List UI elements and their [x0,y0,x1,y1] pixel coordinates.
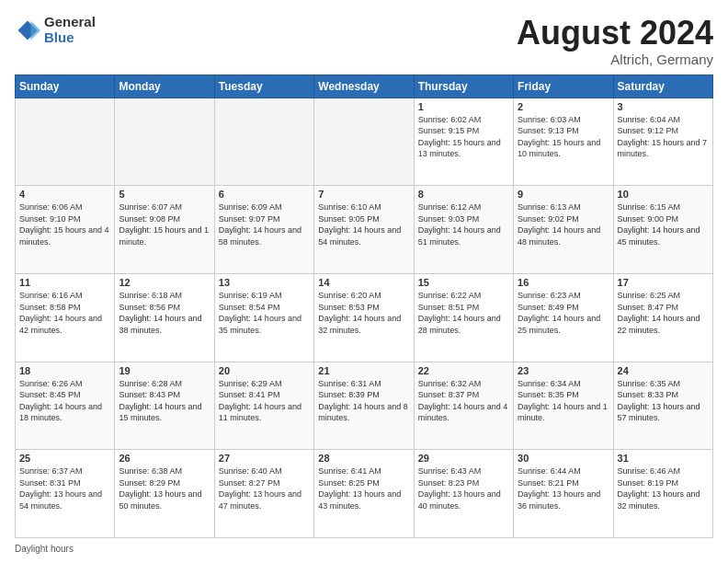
calendar-cell: 3Sunrise: 6:04 AM Sunset: 9:12 PM Daylig… [613,98,712,186]
day-number: 13 [219,277,310,288]
calendar-cell: 4Sunrise: 6:06 AM Sunset: 9:10 PM Daylig… [16,186,115,274]
day-info: Sunrise: 6:15 AM Sunset: 9:00 PM Dayligh… [618,201,709,247]
calendar-table: SundayMondayTuesdayWednesdayThursdayFrid… [15,75,713,538]
page-header: General Blue August 2024 Altrich, German… [15,15,713,67]
svg-marker-1 [31,20,41,40]
day-info: Sunrise: 6:41 AM Sunset: 8:25 PM Dayligh… [318,465,409,511]
calendar-cell: 15Sunrise: 6:22 AM Sunset: 8:51 PM Dayli… [414,273,513,362]
day-info: Sunrise: 6:12 AM Sunset: 9:03 PM Dayligh… [418,201,509,247]
calendar-cell [115,98,214,186]
calendar-cell: 31Sunrise: 6:46 AM Sunset: 8:19 PM Dayli… [613,450,712,538]
day-info: Sunrise: 6:02 AM Sunset: 9:15 PM Dayligh… [418,114,509,160]
day-number: 9 [518,189,609,200]
calendar-cell: 30Sunrise: 6:44 AM Sunset: 8:21 PM Dayli… [514,450,613,538]
day-info: Sunrise: 6:25 AM Sunset: 8:47 PM Dayligh… [618,290,709,336]
day-number: 7 [318,189,409,200]
calendar-cell: 24Sunrise: 6:35 AM Sunset: 8:33 PM Dayli… [613,362,712,450]
calendar-cell: 10Sunrise: 6:15 AM Sunset: 9:00 PM Dayli… [613,186,712,274]
day-info: Sunrise: 6:32 AM Sunset: 8:37 PM Dayligh… [418,378,509,424]
calendar-week-row: 18Sunrise: 6:26 AM Sunset: 8:45 PM Dayli… [16,362,713,450]
calendar-title: August 2024 [517,15,713,52]
day-number: 19 [119,365,210,376]
day-number: 6 [219,189,310,200]
day-number: 21 [318,365,409,376]
calendar-week-row: 25Sunrise: 6:37 AM Sunset: 8:31 PM Dayli… [16,450,713,538]
calendar-cell: 11Sunrise: 6:16 AM Sunset: 8:58 PM Dayli… [16,273,115,362]
day-number: 11 [19,277,110,288]
day-info: Sunrise: 6:13 AM Sunset: 9:02 PM Dayligh… [518,201,609,247]
calendar-week-row: 1Sunrise: 6:02 AM Sunset: 9:15 PM Daylig… [16,98,713,186]
logo-blue-text: Blue [44,30,96,46]
calendar-cell: 5Sunrise: 6:07 AM Sunset: 9:08 PM Daylig… [115,186,214,274]
title-block: August 2024 Altrich, Germany [517,15,713,67]
day-info: Sunrise: 6:40 AM Sunset: 8:27 PM Dayligh… [219,465,310,511]
day-number: 15 [418,277,509,288]
day-number: 30 [518,453,609,464]
day-number: 16 [518,277,609,288]
day-info: Sunrise: 6:19 AM Sunset: 8:54 PM Dayligh… [219,290,310,336]
day-number: 28 [318,453,409,464]
day-number: 20 [219,365,310,376]
day-info: Sunrise: 6:35 AM Sunset: 8:33 PM Dayligh… [618,378,709,424]
day-info: Sunrise: 6:46 AM Sunset: 8:19 PM Dayligh… [618,465,709,511]
day-number: 22 [418,365,509,376]
calendar-cell: 29Sunrise: 6:43 AM Sunset: 8:23 PM Dayli… [414,450,513,538]
day-number: 29 [418,453,509,464]
day-info: Sunrise: 6:26 AM Sunset: 8:45 PM Dayligh… [19,378,110,424]
day-info: Sunrise: 6:09 AM Sunset: 9:07 PM Dayligh… [219,201,310,247]
day-number: 25 [19,453,110,464]
calendar-day-header: Thursday [414,75,513,98]
day-info: Sunrise: 6:03 AM Sunset: 9:13 PM Dayligh… [518,114,609,160]
day-info: Sunrise: 6:34 AM Sunset: 8:35 PM Dayligh… [518,378,609,424]
day-number: 14 [318,277,409,288]
day-info: Sunrise: 6:10 AM Sunset: 9:05 PM Dayligh… [318,201,409,247]
day-number: 31 [618,453,709,464]
day-number: 10 [618,189,709,200]
day-number: 8 [418,189,509,200]
day-number: 1 [418,101,509,112]
day-info: Sunrise: 6:22 AM Sunset: 8:51 PM Dayligh… [418,290,509,336]
calendar-week-row: 11Sunrise: 6:16 AM Sunset: 8:58 PM Dayli… [16,273,713,362]
calendar-header-row: SundayMondayTuesdayWednesdayThursdayFrid… [16,75,713,98]
day-number: 5 [119,189,210,200]
day-info: Sunrise: 6:29 AM Sunset: 8:41 PM Dayligh… [219,378,310,424]
calendar-cell: 19Sunrise: 6:28 AM Sunset: 8:43 PM Dayli… [115,362,214,450]
day-info: Sunrise: 6:23 AM Sunset: 8:49 PM Dayligh… [518,290,609,336]
day-info: Sunrise: 6:31 AM Sunset: 8:39 PM Dayligh… [318,378,409,424]
day-info: Sunrise: 6:18 AM Sunset: 8:56 PM Dayligh… [119,290,210,336]
calendar-cell: 23Sunrise: 6:34 AM Sunset: 8:35 PM Dayli… [514,362,613,450]
calendar-cell: 25Sunrise: 6:37 AM Sunset: 8:31 PM Dayli… [16,450,115,538]
calendar-cell [16,98,115,186]
calendar-cell: 22Sunrise: 6:32 AM Sunset: 8:37 PM Dayli… [414,362,513,450]
day-info: Sunrise: 6:43 AM Sunset: 8:23 PM Dayligh… [418,465,509,511]
day-number: 12 [119,277,210,288]
day-number: 23 [518,365,609,376]
day-info: Sunrise: 6:44 AM Sunset: 8:21 PM Dayligh… [518,465,609,511]
calendar-cell: 18Sunrise: 6:26 AM Sunset: 8:45 PM Dayli… [16,362,115,450]
calendar-cell: 27Sunrise: 6:40 AM Sunset: 8:27 PM Dayli… [214,450,313,538]
logo: General Blue [15,15,96,45]
day-info: Sunrise: 6:07 AM Sunset: 9:08 PM Dayligh… [119,201,210,247]
day-number: 2 [518,101,609,112]
day-info: Sunrise: 6:37 AM Sunset: 8:31 PM Dayligh… [19,465,110,511]
footer: Daylight hours [15,544,713,554]
logo-icon [15,17,40,43]
calendar-cell: 21Sunrise: 6:31 AM Sunset: 8:39 PM Dayli… [314,362,414,450]
day-number: 27 [219,453,310,464]
calendar-cell: 26Sunrise: 6:38 AM Sunset: 8:29 PM Dayli… [115,450,214,538]
calendar-cell: 28Sunrise: 6:41 AM Sunset: 8:25 PM Dayli… [314,450,414,538]
calendar-cell: 1Sunrise: 6:02 AM Sunset: 9:15 PM Daylig… [414,98,513,186]
calendar-cell: 6Sunrise: 6:09 AM Sunset: 9:07 PM Daylig… [214,186,313,274]
calendar-cell: 20Sunrise: 6:29 AM Sunset: 8:41 PM Dayli… [214,362,313,450]
daylight-hours-label: Daylight hours [15,544,74,554]
logo-general-text: General [44,15,96,30]
day-info: Sunrise: 6:06 AM Sunset: 9:10 PM Dayligh… [19,201,110,247]
calendar-cell: 12Sunrise: 6:18 AM Sunset: 8:56 PM Dayli… [115,273,214,362]
calendar-cell: 16Sunrise: 6:23 AM Sunset: 8:49 PM Dayli… [514,273,613,362]
calendar-location: Altrich, Germany [517,52,713,67]
calendar-day-header: Sunday [16,75,115,98]
calendar-day-header: Wednesday [314,75,414,98]
day-info: Sunrise: 6:38 AM Sunset: 8:29 PM Dayligh… [119,465,210,511]
day-number: 26 [119,453,210,464]
calendar-cell: 2Sunrise: 6:03 AM Sunset: 9:13 PM Daylig… [514,98,613,186]
